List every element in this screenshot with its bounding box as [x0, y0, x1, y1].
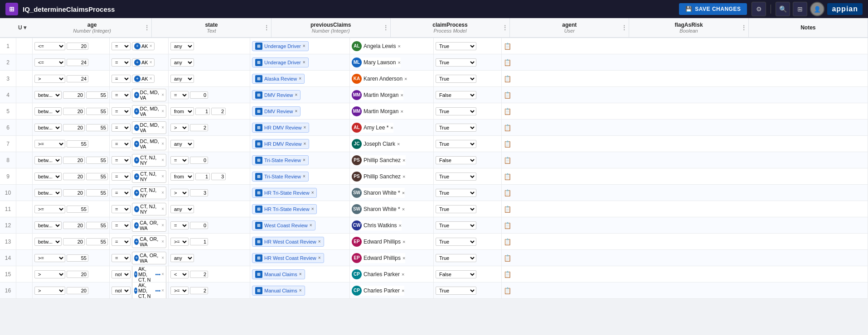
prev-op-select[interactable]: any=!=<<=>>=from	[170, 205, 194, 213]
state-remove-btn[interactable]: ×	[161, 109, 164, 114]
flag-select[interactable]: TrueFalse	[436, 75, 476, 83]
age-val2-input[interactable]	[86, 222, 108, 229]
age-val2-input[interactable]	[67, 254, 88, 262]
agent-remove-btn[interactable]: ×	[399, 223, 402, 228]
prev-op-select[interactable]: any=!=<<=>>=from	[170, 172, 194, 181]
age-op-select[interactable]: <=<=!=>>=betw...any	[34, 221, 62, 230]
process-remove-btn[interactable]: ×	[303, 60, 305, 65]
prev-op-select[interactable]: any=!=<<=>>=from	[170, 75, 194, 83]
age-op-select[interactable]: <=<=!=>>=betw...any	[34, 205, 65, 213]
flag-select[interactable]: TrueFalse	[436, 91, 476, 99]
prev-op-select[interactable]: any=!=<<=>>=from	[170, 270, 189, 278]
agent-remove-btn[interactable]: ×	[402, 190, 405, 196]
notes-icon[interactable]: 📋	[504, 91, 511, 99]
agent-remove-btn[interactable]: ×	[402, 174, 405, 179]
state-add-btn[interactable]: +	[134, 43, 141, 49]
prev-op-select[interactable]: any=!=<<=>>=from	[170, 156, 189, 164]
state-remove-btn[interactable]: ×	[161, 223, 164, 228]
prev-val-input[interactable]	[190, 124, 208, 131]
search-button[interactable]: 🔍	[776, 2, 790, 16]
state-add-btn[interactable]: +	[134, 173, 139, 180]
state-op-select[interactable]: =!=not	[112, 75, 131, 83]
agent-remove-btn[interactable]: ×	[402, 288, 404, 293]
process-remove-btn[interactable]: ×	[295, 109, 298, 114]
process-remove-btn[interactable]: ×	[310, 223, 312, 228]
prev-val-input[interactable]	[190, 271, 208, 278]
prev-val1-input[interactable]	[195, 173, 210, 180]
prev-op-select[interactable]: any=!=<<=>>=from	[170, 221, 189, 230]
age-op-select[interactable]: <=<=!=>>=betw...any	[34, 156, 62, 164]
age-val1-input[interactable]	[63, 108, 85, 115]
age-val-input[interactable]	[67, 43, 88, 50]
state-op-select[interactable]: =!=not	[112, 254, 131, 262]
state-add-btn[interactable]: +	[134, 206, 139, 212]
state-op-select[interactable]: =!=not	[112, 270, 131, 278]
process-remove-btn[interactable]: ×	[311, 206, 314, 211]
notes-icon[interactable]: 📋	[504, 271, 511, 278]
process-remove-btn[interactable]: ×	[304, 141, 306, 146]
age-op-select[interactable]: <=<=!=>>=betw...any	[34, 42, 65, 50]
notes-icon[interactable]: 📋	[504, 222, 511, 229]
state-remove-btn[interactable]: ×	[161, 206, 164, 211]
process-remove-btn[interactable]: ×	[299, 76, 301, 81]
flag-select[interactable]: TrueFalse	[436, 221, 476, 230]
process-remove-btn[interactable]: ×	[295, 92, 298, 97]
agent-remove-btn[interactable]: ×	[400, 109, 403, 114]
prev-val-input[interactable]	[190, 91, 208, 99]
prev-val1-input[interactable]	[195, 108, 210, 115]
state-op-select[interactable]: =!=not	[112, 221, 131, 230]
age-val2-input[interactable]	[86, 238, 108, 245]
process-remove-btn[interactable]: ×	[299, 288, 302, 293]
prev-op-select[interactable]: any=!=<<=>>=from	[170, 140, 194, 148]
state-op-select[interactable]: =!=not	[112, 189, 131, 197]
state-op-select[interactable]: =!=not	[112, 42, 131, 50]
agent-remove-btn[interactable]: ×	[402, 158, 405, 163]
age-val2-input[interactable]	[86, 157, 108, 164]
state-op-select[interactable]: =!=not	[112, 238, 131, 246]
age-op-select[interactable]: <=<=!=>>=betw...any	[34, 140, 65, 148]
state-remove-btn[interactable]: ×	[161, 141, 164, 146]
process-remove-btn[interactable]: ×	[311, 190, 314, 195]
notes-icon[interactable]: 📋	[504, 287, 511, 294]
state-remove-btn[interactable]: ×	[161, 255, 164, 260]
age-op-select[interactable]: <=<=!=>>=betw...any	[34, 124, 62, 132]
agent-remove-btn[interactable]: ×	[402, 255, 405, 261]
age-op-select[interactable]: <=<=!=>>=betw...any	[34, 270, 65, 278]
prev-val-input[interactable]	[190, 189, 208, 196]
age-val2-input[interactable]	[67, 287, 88, 294]
col-menu-age[interactable]: ⋮	[144, 24, 150, 31]
agent-remove-btn[interactable]: ×	[400, 92, 403, 98]
notes-icon[interactable]: 📋	[504, 238, 511, 245]
notes-icon[interactable]: 📋	[504, 75, 511, 82]
prev-val-input[interactable]	[190, 157, 208, 164]
age-val1-input[interactable]	[63, 91, 85, 99]
flag-select[interactable]: TrueFalse	[436, 287, 476, 295]
agent-remove-btn[interactable]: ×	[397, 141, 400, 147]
col-menu-claim[interactable]: ⋮	[502, 24, 508, 31]
state-op-select[interactable]: =!=not	[112, 172, 131, 181]
state-remove-btn[interactable]: ×	[161, 125, 164, 130]
agent-remove-btn[interactable]: ×	[398, 60, 400, 65]
age-val2-input[interactable]	[86, 91, 108, 99]
state-add-btn[interactable]: +	[134, 239, 139, 245]
agent-remove-btn[interactable]: ×	[390, 125, 393, 130]
state-op-select[interactable]: =!=not	[112, 140, 131, 148]
prev-val2-input[interactable]	[211, 108, 226, 115]
age-op-select[interactable]: <=<=!=>>=betw...any	[34, 254, 65, 262]
col-menu-flag[interactable]: ⋮	[741, 24, 747, 31]
flag-select[interactable]: TrueFalse	[436, 189, 476, 197]
flag-select[interactable]: TrueFalse	[436, 42, 476, 50]
age-val1-input[interactable]	[63, 189, 85, 196]
age-op-select[interactable]: <=<=!=>>=betw...any	[34, 58, 65, 67]
flag-select[interactable]: TrueFalse	[436, 140, 476, 148]
process-remove-btn[interactable]: ×	[318, 255, 321, 260]
age-val2-input[interactable]	[86, 124, 108, 131]
age-op-select[interactable]: <=<=!=>>=betw...any	[34, 189, 62, 197]
notes-icon[interactable]: 📋	[504, 108, 511, 115]
state-remove-btn[interactable]: ×	[161, 92, 164, 97]
flag-select[interactable]: TrueFalse	[436, 238, 476, 246]
state-op-select[interactable]: =!=not	[112, 107, 131, 115]
prev-op-select[interactable]: any=!=<<=>>=from	[170, 42, 194, 50]
prev-val2-input[interactable]	[211, 173, 226, 180]
prev-val-input[interactable]	[190, 238, 208, 245]
